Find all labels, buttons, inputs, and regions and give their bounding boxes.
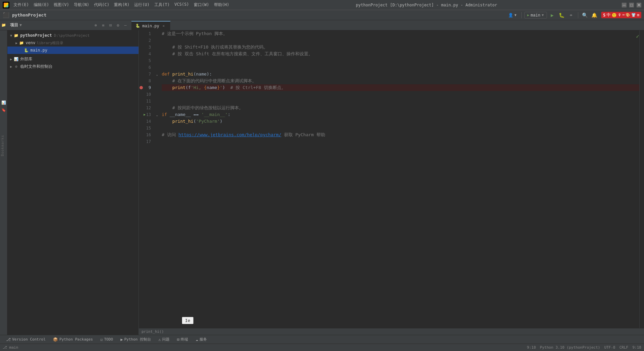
project-tree: ▼ 📁 pythonProject D:\pythonProject ▶ 📁 v… — [7, 30, 139, 335]
tree-item-venv[interactable]: ▶ 📁 venv library根目录 — [7, 39, 139, 47]
minimize-button[interactable]: ─ — [622, 3, 626, 7]
run-button[interactable]: ▶ — [548, 11, 556, 19]
services-icon: ☁ — [195, 337, 198, 342]
file-ok-checkmark: ✓ — [636, 33, 639, 39]
project-toolbar-row: 📁 项目 ▼ ⊕ ≡ ⊟ ⚙ — 🐍 main.py ✕ — [0, 20, 644, 30]
right-scrollbar[interactable] — [639, 30, 644, 328]
code-content-area[interactable]: # 这是一个示例 Python 脚本。 # 按 Shift+F10 执行或将其替… — [160, 30, 639, 328]
menu-refactor[interactable]: 重构(R) — [112, 1, 131, 8]
todo-icon: ☑ — [100, 337, 103, 342]
maximize-button[interactable]: □ — [629, 3, 634, 7]
venv-name: venv — [26, 40, 35, 45]
code-line-2 — [162, 37, 639, 44]
line-num-11: 11 — [139, 98, 154, 105]
close-button[interactable]: ✕ — [637, 3, 641, 7]
fold-marker-13[interactable]: ⌄ — [154, 111, 160, 118]
profile-button[interactable]: 👤 ▼ — [506, 12, 519, 18]
problems-icon: ⚠ — [158, 337, 161, 342]
bookmarks-icon[interactable]: 🔖 — [0, 107, 7, 113]
menu-run[interactable]: 运行(U) — [132, 1, 152, 8]
hide-button[interactable]: — — [122, 22, 129, 29]
tree-item-root[interactable]: ▼ 📁 pythonProject D:\pythonProject — [7, 32, 139, 39]
line-numbers-gutter: 1 2 3 4 5 6 7 8 9 10 11 12 ▶ 13 14 — [139, 30, 154, 328]
menu-vcs[interactable]: VCS(S) — [173, 1, 191, 8]
version-control-label: Version Control — [12, 337, 45, 342]
menu-view[interactable]: 视图(V) — [52, 1, 71, 8]
venv-expand-icon: ▶ — [14, 40, 19, 45]
menu-bar: 文件(E) 编辑(E) 视图(V) 导航(N) 代码(C) 重构(R) 运行(U… — [11, 1, 231, 8]
breakpoint-indicator — [140, 86, 143, 89]
editor-area: ✓ 1 2 3 4 5 6 7 8 9 10 11 12 ▶ — [139, 30, 644, 335]
menu-window[interactable]: 窗口(W) — [192, 1, 211, 8]
settings-button[interactable]: ⚙ — [115, 22, 121, 29]
ime-floating-bar[interactable]: Ie — [182, 317, 193, 324]
code-editor[interactable]: 1 2 3 4 5 6 7 8 9 10 11 12 ▶ 13 14 — [139, 30, 644, 328]
menu-edit[interactable]: 编辑(E) — [32, 1, 51, 8]
line-num-1: 1 — [139, 30, 154, 37]
app-header: ⬛ pythonProject 👤 ▼ ▶ main ▼ ▶ 🐛 ☂ 🔍 🔔 S… — [0, 10, 644, 20]
sougou-keyboard: ⌨ — [622, 13, 625, 17]
sougou-more: ⊞ — [637, 13, 639, 17]
line-num-10: 10 — [139, 91, 154, 98]
line-num-12: 12 — [139, 105, 154, 111]
tree-item-external-libs[interactable]: ▶ 📊 外部库 — [7, 55, 139, 63]
scroll-from-source-button[interactable]: ≡ — [100, 22, 106, 29]
mainpy-name: main.py — [30, 48, 48, 53]
bottom-tab-services[interactable]: ☁ 服务 — [192, 335, 210, 344]
project-panel-actions: ⊕ ≡ ⊟ ⚙ — — [92, 22, 129, 29]
project-dropdown-icon[interactable]: ▼ — [20, 23, 22, 27]
bottom-tab-todo[interactable]: ☑ TODO — [97, 335, 117, 344]
notifications-button[interactable]: 🔔 — [590, 11, 599, 19]
root-expand-icon: ▼ — [9, 33, 13, 38]
status-line-col[interactable]: 9:18 — [527, 345, 536, 350]
root-name: pythonProject — [20, 33, 52, 38]
line-num-5: 5 — [139, 57, 154, 64]
bottom-tab-python-console[interactable]: ▶ Python 控制台 — [117, 335, 154, 344]
locate-button[interactable]: ⊕ — [92, 22, 99, 29]
menu-navigate[interactable]: 导航(N) — [72, 1, 91, 8]
fold-marker-7[interactable]: ⌄ — [154, 71, 160, 78]
bottom-tab-python-packages[interactable]: 📦 Python Packages — [50, 335, 96, 344]
tree-item-main-py[interactable]: 🐍 main.py — [7, 47, 139, 54]
profile-icon: 👤 — [508, 13, 513, 18]
menu-help[interactable]: 帮助(H) — [212, 1, 232, 8]
run-config-area: ▶ main ▼ ▶ 🐛 ☂ — [524, 11, 575, 19]
status-interpreter[interactable]: Python 3.10 (pythonProject) — [540, 345, 600, 350]
tab-close-button[interactable]: ✕ — [161, 24, 166, 28]
sougou-mic: 🎙 — [618, 13, 621, 17]
search-everywhere-button[interactable]: 🔍 — [581, 11, 589, 19]
problems-label: 问题 — [162, 337, 170, 342]
code-line-9: print(f'Hi, {name}') # 按 Ctrl+F8 切换断点。 — [162, 84, 639, 91]
collapse-all-button[interactable]: ⊟ — [107, 22, 114, 29]
mainpy-icon: 🐍 — [24, 48, 29, 53]
bottom-tab-terminal[interactable]: ⊟ 终端 — [174, 335, 191, 344]
app-name: pythonProject — [12, 12, 47, 18]
app-header-right: 👤 ▼ ▶ main ▼ ▶ 🐛 ☂ 🔍 🔔 S 中 🙂 🎙 ⌨ 🎨 👕 — [506, 11, 641, 19]
debug-button[interactable]: 🐛 — [558, 11, 566, 19]
breadcrumb-text: print_hi() — [142, 329, 164, 334]
sidebar-toggle-icon[interactable]: 📁 — [0, 22, 7, 29]
bottom-tab-problems[interactable]: ⚠ 问题 — [155, 335, 173, 344]
extlibs-name: 外部库 — [20, 56, 32, 62]
status-bar: ⎇ main 9:18 Python 3.10 (pythonProject) … — [0, 344, 644, 351]
tempfiles-expand-icon: ▶ — [9, 64, 13, 69]
line-num-7: 7 — [139, 71, 154, 78]
status-line-sep[interactable]: CRLF — [619, 345, 628, 350]
line-num-2: 2 — [139, 37, 154, 44]
status-encoding[interactable]: UTF-8 — [604, 345, 615, 350]
menu-tools[interactable]: 工具(T) — [152, 1, 172, 8]
run-config-selector[interactable]: ▶ main ▼ — [524, 12, 547, 19]
coverage-button[interactable]: ☂ — [567, 11, 575, 19]
code-line-8: # 在下面的代码行中使用断点来调试脚本。 — [162, 78, 639, 84]
mainpy-empty-arrow — [19, 48, 24, 53]
menu-code[interactable]: 代码(C) — [92, 1, 112, 8]
sougou-mode: 中 — [607, 12, 611, 18]
sougou-ime-bar[interactable]: S 中 🙂 🎙 ⌨ 🎨 👕 ⊞ — [601, 12, 641, 18]
menu-file[interactable]: 文件(E) — [11, 1, 31, 8]
structure-icon[interactable]: 📊 — [0, 99, 7, 106]
tree-item-temp-files[interactable]: ▶ ⚙ 临时文件和控制台 — [7, 63, 139, 70]
bottom-tab-version-control[interactable]: ⎇ Version Control — [3, 335, 49, 344]
code-line-12: # 按间距中的绿色按钮以运行脚本。 — [162, 105, 639, 111]
editor-tab-main-py[interactable]: 🐍 main.py ✕ — [131, 21, 171, 30]
fold-gutter: ⌄ ⌄ — [154, 30, 160, 328]
